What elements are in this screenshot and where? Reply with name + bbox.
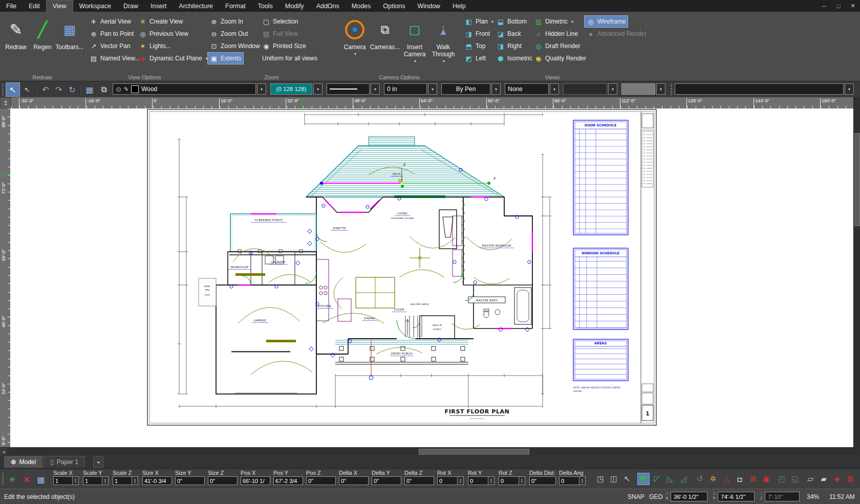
pos-x-input[interactable]: 66'-10 1/: [241, 476, 270, 485]
scroll-left-icon[interactable]: ◂: [0, 448, 7, 455]
propbar-grip[interactable]: [2, 473, 4, 485]
triangulate-button[interactable]: △: [721, 473, 732, 485]
menu-architecture[interactable]: Architecture: [173, 0, 219, 12]
attribute-table-button[interactable]: ▦: [83, 83, 96, 96]
menu-file[interactable]: File: [0, 0, 23, 12]
pen-mode-dropdown[interactable]: By Pen: [441, 83, 490, 95]
geo-toggle[interactable]: GEO: [649, 493, 663, 500]
mirror-skew-button[interactable]: ▰: [818, 473, 829, 485]
zoom-window-button[interactable]: ⊡Zoom Window: [208, 40, 262, 52]
menu-window[interactable]: Window: [411, 0, 446, 12]
y-coordinate-field[interactable]: 74'-6 1/2": [718, 492, 755, 501]
pos-y-input[interactable]: 67'-2 3/4: [273, 476, 303, 485]
rot-z-stepper[interactable]: ▲▼: [519, 476, 525, 485]
node-pointer-button[interactable]: ↖: [621, 473, 633, 485]
menu-edit[interactable]: Edit: [23, 0, 46, 12]
walk-through-button[interactable]: ↑▲ Walk Through ▾: [429, 16, 457, 67]
view-back-button[interactable]: ◪Back: [494, 28, 523, 39]
scale-percent-button[interactable]: ◫: [608, 473, 619, 485]
size-y-input[interactable]: 0": [175, 476, 205, 485]
scale-x-input[interactable]: 1: [53, 476, 73, 485]
toolbar-grip-2[interactable]: [671, 84, 672, 95]
no-clip-button[interactable]: ⊠: [747, 473, 759, 485]
toolbars-button[interactable]: ▦ Toolbars...: [56, 16, 83, 67]
insert-camera-button[interactable]: ▢ Insert Camera ▾: [401, 16, 428, 67]
select-tool-button[interactable]: ↖: [6, 83, 19, 96]
delta-y-input[interactable]: 0": [372, 476, 401, 485]
node-select-tool-button[interactable]: ↖: [20, 83, 34, 96]
vector-pan-button[interactable]: ↗Vector Pan: [88, 40, 133, 52]
view-top-button[interactable]: ⬒Top: [463, 40, 487, 52]
lineweight-dropdown-caret[interactable]: ▾: [428, 83, 437, 95]
fence-outside-button[interactable]: ◸: [651, 473, 662, 485]
y-coordinate-toggle[interactable]: Y: [712, 491, 717, 500]
tab-scroll-left-button[interactable]: ◂: [93, 456, 103, 468]
color-dropdown-caret[interactable]: ▾: [313, 83, 322, 95]
printed-size-button[interactable]: ◉Printed Size: [260, 40, 308, 52]
command-input-caret[interactable]: ▾: [845, 83, 854, 95]
extents-button[interactable]: ▣Extents: [208, 53, 243, 64]
tab-model[interactable]: ⬢ Model: [4, 456, 42, 468]
hatch-type-dropdown[interactable]: None: [505, 83, 549, 95]
menu-help[interactable]: Help: [446, 0, 472, 12]
hatch-type-dropdown-caret[interactable]: ▾: [550, 83, 559, 95]
fence-connect-button[interactable]: ◿: [678, 473, 689, 485]
lasso-select-button[interactable]: ↻: [66, 83, 79, 96]
node-edit-button[interactable]: ✳: [6, 473, 18, 486]
x-coordinate-field[interactable]: 36'-0 1/2": [671, 492, 707, 501]
vertical-scroll-thumb[interactable]: [854, 133, 860, 226]
view-right-button[interactable]: ◨Right: [494, 40, 524, 52]
redo-button[interactable]: ↷: [52, 83, 66, 96]
copy-skew-button[interactable]: ▱: [805, 473, 816, 485]
menu-format[interactable]: Format: [219, 0, 252, 12]
create-view-button[interactable]: ✳Create View: [137, 16, 185, 27]
zoom-in-button[interactable]: ⊕Zoom In: [208, 16, 245, 27]
x-coordinate-toggle[interactable]: X: [664, 491, 670, 500]
menu-modify[interactable]: Modify: [279, 0, 310, 12]
command-input[interactable]: [675, 83, 844, 95]
view-front-button[interactable]: ◨Front: [463, 28, 492, 39]
vertical-scrollbar[interactable]: [853, 97, 860, 455]
stretch-frame-button[interactable]: ⊠: [845, 473, 856, 485]
menu-options[interactable]: Options: [377, 0, 411, 12]
edit-plane-button[interactable]: ◳: [595, 473, 606, 485]
color-dropdown[interactable]: (0 128 128): [270, 83, 312, 95]
wireframe-button[interactable]: ◎Wireframe: [585, 16, 628, 27]
zoom-out-button[interactable]: ⊖Zoom Out: [208, 28, 250, 39]
horizontal-scrollbar[interactable]: ◂: [0, 447, 854, 455]
scale-z-stepper[interactable]: ▲▼: [132, 476, 138, 485]
properties-table-button[interactable]: ▦: [35, 473, 47, 486]
view-bottom-button[interactable]: ⬓Bottom: [494, 16, 529, 27]
press-fit-button[interactable]: ◘: [734, 473, 745, 485]
horizontal-ruler[interactable]: -32'-0" -16'-0" 0' 16'-0" 32'-0" 48'-0" …: [11, 97, 854, 109]
scale-z-input[interactable]: 1: [113, 476, 132, 485]
ruler-corner-button[interactable]: ↥: [0, 97, 11, 108]
pos-z-input[interactable]: 0": [306, 476, 336, 485]
delta-ang-stepper[interactable]: ▲▼: [579, 476, 586, 485]
aerial-view-button[interactable]: ✈Aerial View: [88, 16, 133, 27]
toolbar-grip[interactable]: [2, 84, 4, 95]
rot-y-stepper[interactable]: ▲▼: [488, 476, 494, 485]
size-z-input[interactable]: 0": [208, 476, 238, 485]
pan-to-point-button[interactable]: ⊕Pan to Point: [88, 28, 136, 39]
menu-workspace[interactable]: Workspace: [73, 0, 117, 12]
menu-modes[interactable]: Modes: [346, 0, 377, 12]
floor-plan-drawing[interactable]: 1 DOOR SCHEDULE WINDOW SCHEDULE: [10, 108, 854, 447]
fence-inside-button[interactable]: ◩: [638, 473, 649, 485]
explode-button[interactable]: ✲: [707, 473, 719, 485]
uniform-for-all-views-button[interactable]: Uniform for all views: [260, 53, 319, 64]
scale-y-stepper[interactable]: ▲▼: [102, 476, 109, 485]
previous-view-button[interactable]: ◎Previous View: [137, 28, 190, 39]
tab-paper-1[interactable]: ▯ Paper 1: [44, 456, 85, 468]
cameras-button[interactable]: ⧉ Cameras...: [370, 16, 400, 67]
delta-dist-input[interactable]: 0": [529, 476, 556, 485]
redraw-button[interactable]: ✎ Redraw: [3, 16, 29, 67]
undo-button[interactable]: ↶: [39, 83, 52, 96]
lock-nodes-button[interactable]: ◈: [831, 473, 843, 485]
linetype-dropdown-caret[interactable]: ▾: [371, 83, 380, 95]
menu-addons[interactable]: AddOns: [310, 0, 346, 12]
rot-x-input[interactable]: 0: [437, 476, 458, 485]
linetype-dropdown[interactable]: [327, 83, 370, 95]
rot-z-input[interactable]: 0: [499, 476, 519, 485]
pen-mode-dropdown-caret[interactable]: ▾: [491, 83, 501, 95]
